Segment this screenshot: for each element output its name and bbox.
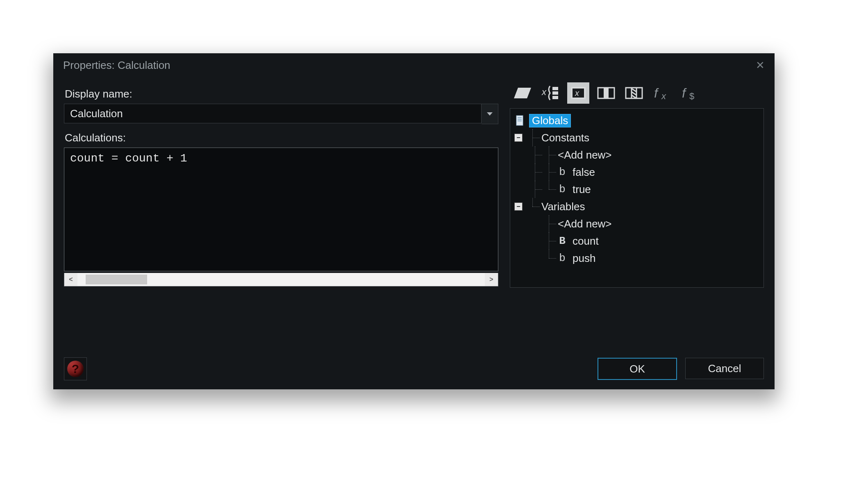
tree-item-true[interactable]: b true (514, 181, 759, 198)
tree-root-label: Globals (529, 114, 571, 127)
f-dollar-icon[interactable]: f$ (679, 82, 701, 104)
chevron-down-icon (487, 112, 493, 116)
tree-item-label: <Add new> (558, 218, 612, 230)
svg-text:x: x (575, 89, 579, 98)
dialog-title: Properties: Calculation (63, 59, 170, 72)
collapse-icon[interactable]: − (514, 134, 523, 142)
svg-rect-9 (604, 88, 609, 98)
tree-add-new-constants[interactable]: <Add new> (514, 146, 759, 164)
document-icon (515, 115, 526, 126)
bool-type-icon: b (557, 184, 568, 195)
svg-rect-3 (552, 91, 558, 95)
column-hatched-icon[interactable] (623, 82, 645, 104)
collapse-icon[interactable]: − (514, 202, 523, 211)
tree-item-label: true (573, 183, 591, 196)
calculations-hscrollbar[interactable]: < > (64, 273, 498, 286)
group-brace-icon[interactable]: x (539, 82, 561, 104)
help-button[interactable]: ? (64, 357, 87, 380)
tree-item-label: false (573, 166, 595, 179)
tree-item-label: push (573, 252, 595, 265)
svg-text:f: f (654, 86, 659, 100)
svg-line-13 (632, 89, 636, 92)
scroll-thumb[interactable] (86, 275, 147, 284)
globals-tree[interactable]: Globals − Constants <Add new> b false (510, 108, 764, 288)
display-name-dropdown-button[interactable] (482, 104, 498, 124)
tree-item-push[interactable]: b push (514, 250, 759, 267)
svg-rect-23 (518, 120, 522, 121)
scroll-right-icon[interactable]: > (485, 273, 498, 286)
bool-type-icon: b (557, 253, 568, 264)
calculations-textarea[interactable] (64, 148, 498, 271)
bool-type-icon: b (557, 167, 568, 177)
tree-group-label: Constants (541, 132, 589, 144)
fx-icon[interactable]: fx (651, 82, 673, 104)
cancel-button[interactable]: Cancel (685, 358, 764, 379)
help-icon: ? (67, 361, 84, 377)
tree-item-label: count (573, 235, 599, 248)
tree-item-label: <Add new> (558, 149, 612, 161)
svg-marker-0 (514, 88, 531, 98)
svg-line-14 (632, 92, 636, 95)
scroll-left-icon[interactable]: < (64, 273, 77, 286)
tree-item-count[interactable]: B count (514, 232, 759, 250)
tree-group-variables[interactable]: − Variables (514, 198, 759, 215)
svg-rect-22 (518, 119, 522, 120)
display-name-input[interactable] (64, 104, 482, 123)
close-icon[interactable]: ✕ (756, 59, 765, 72)
svg-rect-21 (518, 117, 522, 118)
variable-icon[interactable]: x (567, 82, 589, 104)
title-bar: Properties: Calculation ✕ (53, 53, 775, 77)
svg-rect-4 (552, 96, 558, 99)
ok-button-label: OK (629, 363, 645, 375)
ok-button[interactable]: OK (598, 358, 677, 380)
calculations-label: Calculations: (65, 132, 498, 144)
svg-rect-2 (552, 87, 558, 90)
svg-text:x: x (541, 87, 547, 97)
tree-group-label: Variables (541, 200, 585, 213)
svg-text:x: x (661, 91, 666, 101)
variable-toolbar: x x (510, 80, 764, 108)
tree-root[interactable]: Globals (514, 112, 759, 129)
dataset-icon[interactable] (511, 82, 534, 104)
tree-add-new-variables[interactable]: <Add new> (514, 215, 759, 232)
svg-text:f: f (682, 86, 687, 100)
bold-type-icon: B (557, 236, 568, 246)
tree-item-false[interactable]: b false (514, 164, 759, 181)
properties-calculation-dialog: Properties: Calculation ✕ Display name: … (53, 53, 775, 389)
display-name-label: Display name: (65, 88, 498, 100)
cancel-button-label: Cancel (708, 362, 741, 375)
svg-text:$: $ (689, 91, 694, 101)
column-icon[interactable] (595, 82, 617, 104)
tree-group-constants[interactable]: − Constants (514, 129, 759, 146)
